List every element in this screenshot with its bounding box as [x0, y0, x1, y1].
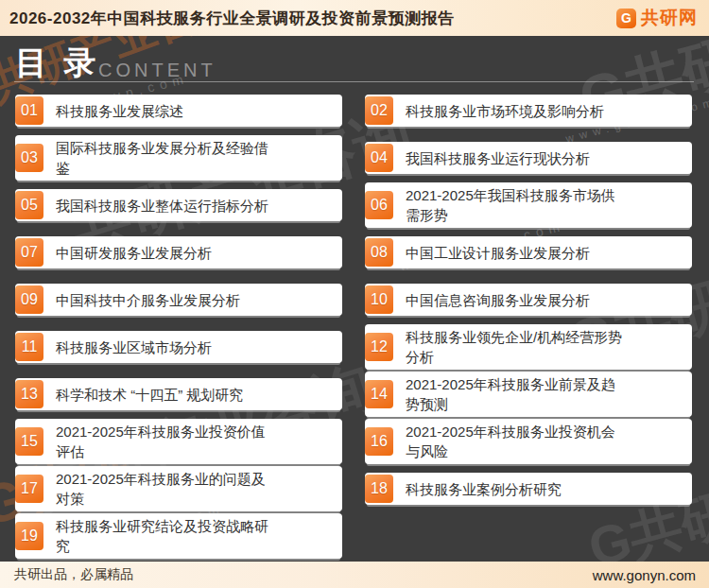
toc-item-11[interactable]: 11 科技服务业区域市场分析 [15, 331, 342, 363]
toc-heading-english: CONTENT [98, 60, 216, 81]
toc-item-18[interactable]: 18 科技服务业案例分析研究 [365, 473, 692, 505]
toc-number-badge: 07 [15, 238, 43, 267]
toc-item-19[interactable]: 19 科技服务业研究结论及投资战略研 究 [15, 513, 342, 559]
toc-item-label: 科技服务业市场环境及影响分析 [406, 98, 610, 124]
toc-item-12[interactable]: 12 科技服务业领先企业/机构经营形势 分析 [365, 324, 692, 370]
heading-divider [14, 81, 694, 82]
toc-item-label: 科技服务业研究结论及投资战略研 究 [56, 513, 274, 559]
toc-number-badge: 05 [15, 191, 43, 219]
toc-number-badge: 03 [15, 144, 43, 172]
toc-item-01[interactable]: 01 科技服务业发展综述 [15, 95, 342, 127]
toc-number-badge: 13 [15, 380, 43, 408]
report-toc-page: 2026-2032年中国科技服务行业全景调研及投资前景预测报告 G 共研网 共研… [0, 0, 709, 588]
toc-item-02[interactable]: 02 科技服务业市场环境及影响分析 [365, 95, 692, 127]
toc-item-label: 我国科技服务业整体运行指标分析 [56, 193, 274, 218]
toc-item-label: 2021-2025年科技服务业的问题及 对策 [56, 466, 271, 511]
header-bar: 2026-2032年中国科技服务行业全景调研及投资前景预测报告 G 共研网 [0, 0, 709, 36]
footer-website-url[interactable]: www.gonyn.com [593, 567, 696, 583]
toc-item-10[interactable]: 10 中国信息咨询服务业发展分析 [365, 284, 692, 316]
toc-item-label: 科技服务业领先企业/机构经营形势 分析 [406, 324, 628, 370]
toc-number-badge: 19 [15, 522, 43, 550]
toc-item-04[interactable]: 04 我国科技服务业运行现状分析 [365, 142, 692, 174]
toc-item-15[interactable]: 15 2021-2025年科技服务业投资价值 评估 [15, 419, 342, 464]
toc-item-16[interactable]: 16 2021-2025年科技服务业投资机会 与风险 [365, 419, 692, 464]
toc-item-label: 2021-2025年科技服务业投资机会 与风险 [406, 419, 621, 464]
toc-item-17[interactable]: 17 2021-2025年科技服务业的问题及 对策 [15, 466, 342, 511]
toc-item-03[interactable]: 03 国际科技服务业发展分析及经验借 鉴 [15, 135, 342, 181]
toc-number-badge: 16 [365, 427, 393, 456]
toc-item-06[interactable]: 06 2021-2025年我国科技服务市场供 需形势 [365, 182, 692, 228]
toc-number-badge: 12 [365, 333, 393, 361]
toc-item-label: 2021-2025年我国科技服务市场供 需形势 [406, 182, 621, 228]
toc-number-badge: 02 [365, 96, 393, 125]
toc-item-label: 2021-2025年科技服务业投资价值 评估 [56, 419, 271, 464]
toc-item-label: 中国工业设计服务业发展分析 [406, 240, 596, 266]
toc-item-08[interactable]: 08 中国工业设计服务业发展分析 [365, 236, 692, 268]
toc-heading: 目 录 [15, 42, 99, 85]
toc-number-badge: 15 [15, 427, 43, 456]
toc-item-label: 科技服务业区域市场分析 [56, 335, 217, 360]
toc-list: 01 科技服务业发展综述 02 科技服务业市场环境及影响分析 03 国际科技服务… [15, 87, 692, 560]
logo-g-icon: G [616, 9, 636, 28]
site-logo[interactable]: G 共研网 [616, 6, 698, 30]
toc-item-label: 2021-2025年科技服务业前景及趋 势预测 [406, 372, 621, 417]
toc-item-label: 中国研发服务业发展分析 [56, 240, 217, 266]
toc-item-label: 我国科技服务业运行现状分析 [406, 146, 596, 171]
toc-item-09[interactable]: 09 中国科技中介服务业发展分析 [15, 284, 342, 316]
toc-item-13[interactable]: 13 科学和技术 “十四五” 规划研究 [15, 378, 342, 410]
footer-bar: 共研出品，必属精品 www.gonyn.com [0, 562, 709, 588]
toc-item-label: 科技服务业发展综述 [56, 98, 189, 124]
toc-number-badge: 10 [365, 285, 393, 314]
toc-item-label: 科学和技术 “十四五” 规划研究 [56, 382, 249, 407]
toc-item-label: 科技服务业案例分析研究 [406, 476, 567, 502]
toc-number-badge: 06 [365, 191, 393, 219]
toc-number-badge: 04 [365, 144, 393, 172]
toc-number-badge: 01 [15, 96, 43, 125]
toc-item-label: 国际科技服务业发展分析及经验借 鉴 [56, 135, 274, 181]
toc-number-badge: 14 [365, 380, 393, 408]
toc-number-badge: 18 [365, 475, 393, 503]
toc-item-label: 中国信息咨询服务业发展分析 [406, 287, 596, 313]
toc-number-badge: 11 [15, 333, 43, 361]
logo-text: 共研网 [641, 6, 698, 30]
toc-item-14[interactable]: 14 2021-2025年科技服务业前景及趋 势预测 [365, 372, 692, 417]
toc-item-05[interactable]: 05 我国科技服务业整体运行指标分析 [15, 189, 342, 221]
toc-number-badge: 08 [365, 238, 393, 267]
toc-number-badge: 09 [15, 285, 43, 314]
footer-slogan: 共研出品，必属精品 [14, 566, 133, 583]
toc-item-07[interactable]: 07 中国研发服务业发展分析 [15, 236, 342, 268]
toc-number-badge: 17 [15, 475, 43, 503]
report-title: 2026-2032年中国科技服务行业全景调研及投资前景预测报告 [9, 8, 455, 29]
toc-item-label: 中国科技中介服务业发展分析 [56, 287, 246, 313]
